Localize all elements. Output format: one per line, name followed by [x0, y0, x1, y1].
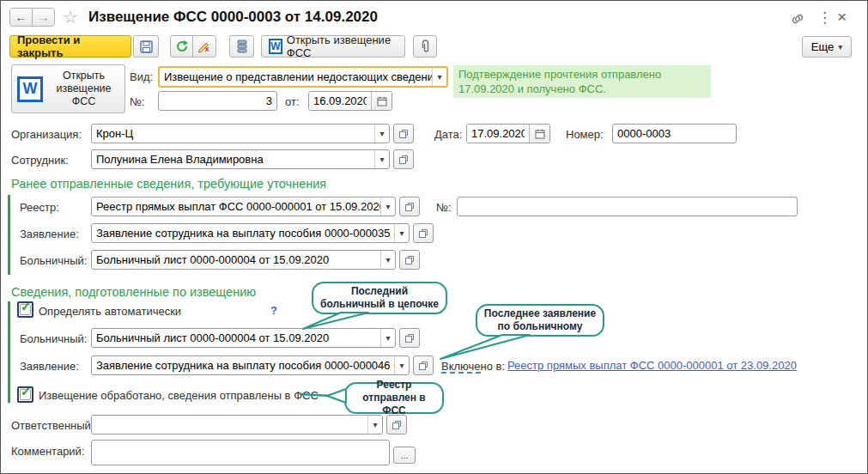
get-link-icon[interactable] — [791, 12, 804, 29]
close-icon[interactable]: × — [837, 8, 847, 27]
refresh-button[interactable] — [170, 35, 194, 58]
chevron-down-icon[interactable]: ▾ — [374, 150, 389, 168]
section-group-bar — [8, 195, 10, 275]
sick-new-combobox[interactable]: Больничный лист 0000-000004 от 15.09.202… — [91, 328, 396, 348]
refresh-icon — [175, 40, 189, 53]
section-previous-title: Ранее отправленные сведения, требующие у… — [11, 177, 326, 191]
organization-combobox[interactable]: Крон-Ц ▾ — [91, 124, 390, 143]
registry-value: Реестр прямых выплат ФСС 0000-000001 от … — [92, 198, 380, 216]
section-new-title: Сведения, подготовленные по извещению — [11, 285, 256, 299]
auto-detect-checkbox[interactable]: ✓ — [17, 301, 33, 318]
back-icon: ← — [15, 10, 27, 24]
sick-prev-label: Больничный: — [20, 254, 87, 267]
confirmation-message: Подтверждение прочтения отправлено 17.09… — [453, 65, 711, 98]
open-form-icon — [398, 155, 409, 165]
comment-expand-button[interactable]: ... — [393, 447, 416, 464]
post-and-close-button[interactable]: Провести и закрыть — [9, 35, 131, 58]
registry-open-button[interactable] — [399, 197, 420, 216]
statement-new-combobox[interactable]: Заявление сотрудника на выплату пособия … — [91, 356, 410, 375]
responsible-combobox[interactable]: ▾ — [91, 415, 383, 434]
sick-prev-open-button[interactable] — [399, 250, 420, 270]
responsible-open-button[interactable] — [386, 415, 407, 434]
callout-registry-sent: Реестр отправлен в ФСС — [344, 382, 444, 414]
included-in-label: Включено в: — [441, 360, 505, 373]
chevron-down-icon: ▾ — [838, 42, 842, 52]
save-button[interactable] — [133, 35, 159, 58]
sick-prev-combobox[interactable]: Больничный лист 0000-000004 от 15.09.202… — [91, 250, 396, 270]
registry-num-input[interactable] — [457, 197, 798, 216]
favorite-star-icon[interactable]: ☆ — [63, 7, 78, 27]
organization-open-button[interactable] — [393, 124, 414, 143]
employee-value: Полунина Елена Владимировна — [92, 150, 374, 168]
forward-icon: → — [38, 10, 50, 24]
word-icon: W — [17, 76, 43, 102]
notice-date-input[interactable] — [309, 92, 371, 110]
chevron-down-icon[interactable]: ▾ — [432, 68, 446, 86]
doc-date-input[interactable] — [467, 125, 529, 143]
registry-combobox[interactable]: Реестр прямых выплат ФСС 0000-000001 от … — [91, 197, 396, 216]
calendar-icon[interactable] — [371, 92, 392, 110]
statement-prev-label: Заявление: — [20, 228, 79, 240]
employee-label: Сотрудник: — [11, 154, 69, 167]
open-fss-notice-side-label: Открыть извещение ФСС — [48, 70, 119, 108]
help-link[interactable]: ? — [270, 304, 277, 317]
open-form-icon — [418, 361, 428, 371]
vid-combobox[interactable]: Извещение о представлении недостающих св… — [158, 66, 448, 88]
forward-button[interactable]: → — [32, 8, 55, 27]
number-label: Номер: — [566, 128, 604, 141]
menu-kebab-icon[interactable]: ⋮ — [817, 9, 832, 27]
word-icon: W — [269, 39, 282, 54]
processed-checkbox[interactable]: ✓ — [17, 386, 33, 403]
open-form-icon — [404, 333, 415, 343]
processed-label[interactable]: Извещение обработано, сведения отправлен… — [39, 389, 319, 402]
more-button[interactable]: Еще ▾ — [802, 36, 852, 58]
open-form-icon — [404, 255, 415, 265]
open-fss-notice-side-button[interactable]: W Открыть извещение ФСС — [11, 64, 125, 113]
organization-label: Организация: — [11, 128, 82, 141]
chevron-down-icon[interactable]: ▾ — [367, 416, 382, 434]
vid-label: Вид: — [130, 70, 153, 83]
chevron-down-icon[interactable]: ▾ — [380, 198, 395, 216]
open-fss-notice-toolbar-button[interactable]: W Открыть извещение ФСС — [261, 35, 405, 58]
number-input[interactable] — [612, 124, 737, 143]
chevron-down-icon[interactable]: ▾ — [380, 251, 395, 269]
back-button[interactable]: ← — [9, 8, 33, 27]
employee-combobox[interactable]: Полунина Елена Владимировна ▾ — [91, 149, 390, 169]
chevron-down-icon[interactable]: ▾ — [394, 224, 409, 242]
history-nav: ← → — [9, 8, 55, 27]
auto-detect-label[interactable]: Определять автоматически — [39, 305, 181, 318]
chevron-down-icon[interactable]: ▾ — [380, 329, 395, 347]
floppy-icon — [140, 40, 153, 53]
more-label: Еще — [811, 40, 834, 53]
num-input[interactable] — [158, 91, 277, 111]
open-form-icon — [398, 129, 409, 139]
sick-new-open-button[interactable] — [399, 328, 420, 348]
list-stack-icon — [236, 40, 248, 53]
open-fss-notice-label: Открыть извещение ФСС — [287, 33, 398, 59]
notice-date-field — [308, 91, 392, 111]
attachments-button[interactable] — [413, 35, 437, 58]
statement-prev-open-button[interactable] — [413, 223, 434, 243]
open-form-icon — [392, 420, 402, 430]
responsible-value — [92, 416, 367, 434]
registry-num-label: №: — [436, 201, 452, 214]
included-registry-link[interactable]: Реестр прямых выплат ФСС 0000-000001 от … — [507, 359, 797, 372]
statement-prev-value: Заявление сотрудника на выплату пособия … — [92, 224, 394, 242]
employee-open-button[interactable] — [393, 149, 414, 169]
calendar-icon[interactable] — [529, 125, 549, 143]
chevron-down-icon[interactable]: ▾ — [374, 125, 389, 143]
ot-label: от: — [285, 95, 300, 108]
cancel-edit-button[interactable]: x — [192, 35, 216, 58]
callout-last-statement: Последнее заявление по больничному — [476, 304, 604, 337]
vid-value: Извещение о представлении недостающих св… — [160, 68, 432, 86]
statement-new-open-button[interactable] — [413, 356, 434, 375]
fss-notice-window: ← → ☆ Извещение ФСС 0000-0003 от 14.09.2… — [0, 0, 868, 474]
statement-prev-combobox[interactable]: Заявление сотрудника на выплату пособия … — [91, 223, 410, 243]
sick-new-label: Больничный: — [20, 332, 87, 345]
num-label: №: — [130, 95, 145, 108]
comment-input[interactable] — [91, 440, 390, 465]
post-and-close-label: Провести и закрыть — [17, 33, 124, 59]
open-form-icon — [418, 228, 428, 239]
chevron-down-icon[interactable]: ▾ — [394, 356, 409, 374]
structure-button[interactable] — [229, 35, 254, 58]
